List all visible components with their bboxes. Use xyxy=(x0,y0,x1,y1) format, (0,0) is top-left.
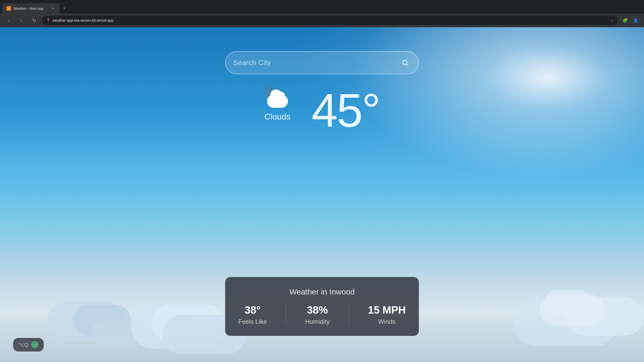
back-button[interactable]: ‹ xyxy=(4,16,14,25)
corner-keyboard-icon: ⌥Q xyxy=(18,342,29,348)
toolbar-actions: 🧩 👤 xyxy=(621,16,640,25)
weather-info-card: Weather in Inwood 38° Feels Like 38% Hum… xyxy=(225,277,419,336)
tab-favicon-icon xyxy=(6,6,11,11)
cloud-10 xyxy=(545,290,592,313)
corner-arrow-button[interactable]: → xyxy=(31,341,38,348)
reload-icon: ↻ xyxy=(32,18,36,23)
search-bar[interactable] xyxy=(225,51,419,74)
search-input[interactable] xyxy=(233,59,399,67)
forward-icon: › xyxy=(21,18,22,23)
browser-chrome: Weather - Next App ✕ + ‹ › ↻ 📍 weather-a… xyxy=(0,0,644,27)
stat-divider-1 xyxy=(286,304,286,325)
tab-title: Weather - Next App xyxy=(14,7,48,10)
winds-value: 15 MPH xyxy=(368,304,406,316)
tab-close-button[interactable]: ✕ xyxy=(51,6,55,11)
humidity-stat: 38% Humidity xyxy=(305,304,330,325)
reload-button[interactable]: ↻ xyxy=(29,16,39,25)
bookmark-icon: ☆ xyxy=(610,18,614,22)
app-content: Clouds 45° xyxy=(0,27,644,144)
search-container xyxy=(225,51,419,74)
profile-icon[interactable]: 👤 xyxy=(631,16,640,25)
weather-stats: 38° Feels Like 38% Humidity 15 MPH Winds xyxy=(238,304,406,325)
winds-stat: 15 MPH Winds xyxy=(368,304,406,325)
arrow-icon: → xyxy=(33,343,37,347)
search-button[interactable] xyxy=(399,57,411,69)
weather-icon-section: Clouds xyxy=(264,87,291,122)
address-bar[interactable]: 📍 weather-app-eta-seven-49.vercel.app ☆ xyxy=(42,16,618,25)
extensions-icon[interactable]: 🧩 xyxy=(621,16,629,25)
active-tab[interactable]: Weather - Next App ✕ xyxy=(2,3,60,14)
back-icon: ‹ xyxy=(8,18,10,23)
humidity-label: Humidity xyxy=(305,318,330,325)
tab-bar: Weather - Next App ✕ + xyxy=(0,0,644,14)
url-display: weather-app-eta-seven-49.vercel.app xyxy=(53,18,608,22)
svg-line-1 xyxy=(407,64,408,65)
search-icon xyxy=(402,59,409,66)
feels-like-value: 38° xyxy=(245,304,260,316)
city-title: Weather in Inwood xyxy=(238,287,406,296)
bottom-corner-widget[interactable]: ⌥Q → xyxy=(13,338,44,352)
winds-label: Winds xyxy=(378,318,396,325)
temperature-display: 45° xyxy=(312,87,380,134)
weather-display: Clouds 45° xyxy=(264,87,380,134)
new-tab-button[interactable]: + xyxy=(61,5,68,12)
cloud-main xyxy=(267,95,288,108)
stat-divider-2 xyxy=(349,304,349,325)
cloud-weather-icon xyxy=(264,87,291,108)
feels-like-label: Feels Like xyxy=(238,318,267,325)
forward-button[interactable]: › xyxy=(17,16,26,25)
humidity-value: 38% xyxy=(307,304,328,316)
weather-condition: Clouds xyxy=(264,112,291,122)
weather-app: Clouds 45° Weather in Inwood 38° Feels L… xyxy=(0,27,644,362)
location-icon: 📍 xyxy=(46,18,51,22)
browser-toolbar: ‹ › ↻ 📍 weather-app-eta-seven-49.vercel.… xyxy=(0,14,644,27)
feels-like-stat: 38° Feels Like xyxy=(238,304,267,325)
